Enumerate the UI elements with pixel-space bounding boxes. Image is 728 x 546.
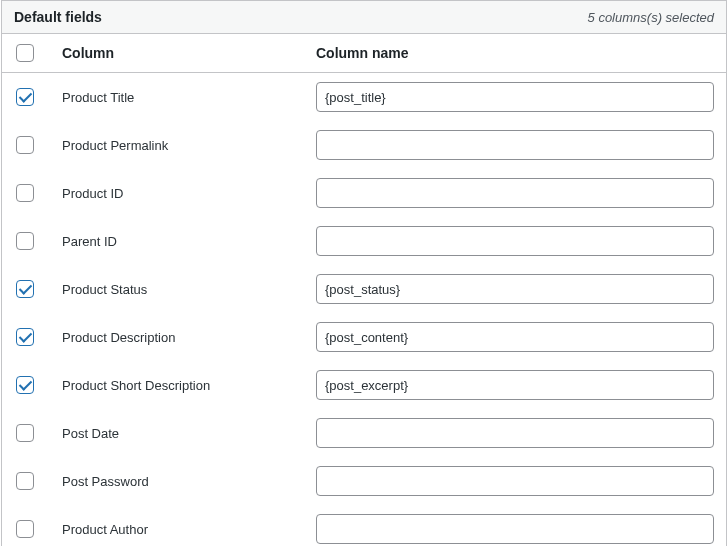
row-checkbox[interactable] — [16, 472, 34, 490]
field-row: Product Short Description — [2, 361, 726, 409]
field-row: Product Description — [2, 313, 726, 361]
field-row: Product Status — [2, 265, 726, 313]
row-checkbox[interactable] — [16, 424, 34, 442]
column-name-input[interactable] — [316, 322, 714, 352]
row-input-cell — [316, 274, 714, 304]
row-label: Product Author — [62, 522, 316, 537]
column-name-input[interactable] — [316, 466, 714, 496]
field-row: Post Date — [2, 409, 726, 457]
row-input-cell — [316, 226, 714, 256]
row-checkbox[interactable] — [16, 136, 34, 154]
row-label: Post Date — [62, 426, 316, 441]
field-row: Product Title — [2, 73, 726, 121]
column-name-input[interactable] — [316, 82, 714, 112]
row-check-cell — [16, 328, 62, 346]
panel-title: Default fields — [14, 9, 102, 25]
row-check-cell — [16, 520, 62, 538]
row-input-cell — [316, 322, 714, 352]
panel-header: Default fields 5 columns(s) selected — [2, 1, 726, 34]
row-input-cell — [316, 514, 714, 544]
column-name-input[interactable] — [316, 514, 714, 544]
column-name-input[interactable] — [316, 274, 714, 304]
row-check-cell — [16, 472, 62, 490]
row-input-cell — [316, 178, 714, 208]
row-label: Product Permalink — [62, 138, 316, 153]
row-check-cell — [16, 88, 62, 106]
field-row: Product ID — [2, 169, 726, 217]
column-name-input[interactable] — [316, 226, 714, 256]
row-checkbox[interactable] — [16, 184, 34, 202]
field-row: Post Password — [2, 457, 726, 505]
field-row: Product Permalink — [2, 121, 726, 169]
column-name-input[interactable] — [316, 418, 714, 448]
row-checkbox[interactable] — [16, 88, 34, 106]
row-input-cell — [316, 130, 714, 160]
column-header-column: Column — [62, 45, 316, 61]
row-checkbox[interactable] — [16, 328, 34, 346]
row-check-cell — [16, 280, 62, 298]
row-checkbox[interactable] — [16, 232, 34, 250]
selected-count: 5 columns(s) selected — [588, 10, 714, 25]
row-label: Product Short Description — [62, 378, 316, 393]
column-name-input[interactable] — [316, 178, 714, 208]
row-check-cell — [16, 136, 62, 154]
row-checkbox[interactable] — [16, 280, 34, 298]
row-label: Post Password — [62, 474, 316, 489]
rows-container: Product TitleProduct PermalinkProduct ID… — [2, 73, 726, 546]
column-name-input[interactable] — [316, 370, 714, 400]
row-check-cell — [16, 424, 62, 442]
select-all-checkbox[interactable] — [16, 44, 34, 62]
row-label: Parent ID — [62, 234, 316, 249]
column-header-column-name: Column name — [316, 45, 714, 61]
row-checkbox[interactable] — [16, 376, 34, 394]
row-label: Product Description — [62, 330, 316, 345]
row-label: Product ID — [62, 186, 316, 201]
row-input-cell — [316, 370, 714, 400]
column-name-input[interactable] — [316, 130, 714, 160]
row-checkbox[interactable] — [16, 520, 34, 538]
field-row: Parent ID — [2, 217, 726, 265]
row-input-cell — [316, 82, 714, 112]
field-row: Product Author — [2, 505, 726, 546]
row-label: Product Title — [62, 90, 316, 105]
row-input-cell — [316, 466, 714, 496]
row-label: Product Status — [62, 282, 316, 297]
row-check-cell — [16, 232, 62, 250]
row-input-cell — [316, 418, 714, 448]
select-all-cell — [16, 44, 62, 62]
default-fields-panel: Default fields 5 columns(s) selected Col… — [1, 0, 727, 546]
row-check-cell — [16, 184, 62, 202]
table-head: Column Column name — [2, 34, 726, 73]
row-check-cell — [16, 376, 62, 394]
